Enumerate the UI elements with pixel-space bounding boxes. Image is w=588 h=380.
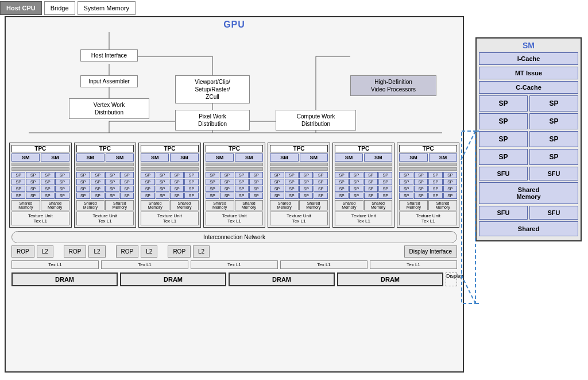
- sfu-row-2: SFU SFU: [479, 206, 578, 220]
- rop-box-3: ROP: [116, 245, 139, 258]
- dram-row: DRAM DRAM DRAM DRAM Display: [6, 271, 463, 287]
- sp-1a: SP: [479, 95, 528, 112]
- c-cache-box: C-Cache: [479, 81, 578, 94]
- gpu-title: GPU: [6, 17, 463, 32]
- sp-3b: SP: [529, 131, 578, 147]
- hd-video-box: High-DefinitionVideo Processors: [350, 75, 436, 96]
- sp-row-2: SP SP: [479, 113, 578, 129]
- interconnect-bar: Interconnection Network: [11, 231, 457, 243]
- tpc-block-6: TPC SM SM SP SP SP SP SP SP SP SP SP SP …: [332, 143, 395, 228]
- rop-l2-row: ROP L2 ROP L2 ROP L2 ROP L2 Display Inte…: [6, 245, 463, 258]
- sp-row-1: SP SP: [479, 95, 578, 112]
- host-interface-box: Host Interface: [80, 49, 138, 62]
- sp-cell: SP: [41, 179, 55, 185]
- host-cpu-chip: Host CPU: [0, 1, 42, 15]
- sp-cell: SP: [26, 179, 40, 185]
- shared-mem-cell: SharedMemory: [11, 200, 40, 210]
- i-cache-box: I-Cache: [479, 52, 578, 65]
- tex-unit-4: Texture UnitTex L1: [206, 212, 264, 225]
- sp-cell: SP: [11, 186, 25, 192]
- input-assembler-box: Input Assembler: [80, 75, 138, 87]
- sp-cell: SP: [55, 186, 69, 192]
- sm-box-2b: SM: [106, 153, 134, 162]
- sp-cell: SP: [11, 172, 25, 178]
- shared-bottom-panel: Shared: [479, 221, 578, 236]
- sp-4b: SP: [529, 149, 578, 165]
- tex-l1-4: Tex L1: [280, 260, 368, 269]
- sp-2b: SP: [529, 113, 578, 129]
- tex-unit-6: Texture UnitTex L1: [335, 212, 393, 225]
- tex-unit-7: Texture UnitTex L1: [399, 212, 457, 225]
- display-interface-box: Display Interface: [404, 245, 457, 258]
- dram-box-3: DRAM: [229, 272, 335, 286]
- tex-unit-5: Texture UnitTex L1: [270, 212, 328, 225]
- rop-box-2: ROP: [64, 245, 87, 258]
- gpu-container: GPU Host Int: [5, 16, 464, 373]
- sfu-2a: SFU: [479, 206, 528, 220]
- tpc-block-2: TPC SM SM SP SP SP SP SP SP SP SP SP SP …: [74, 143, 137, 228]
- l2-box-4: L2: [193, 245, 210, 258]
- sp-cell: SP: [41, 193, 55, 199]
- sm-box-2a: SM: [76, 153, 105, 162]
- tex-unit-1: Texture UnitTex L1: [11, 212, 69, 225]
- sp-cell: SP: [26, 193, 40, 199]
- sp-cell: SP: [41, 172, 55, 178]
- tpc-block-5: TPC SM SM SP SP SP SP SP SP SP SP SP SP …: [268, 143, 330, 228]
- dram-box-2: DRAM: [120, 272, 226, 286]
- rop-box-4: ROP: [168, 245, 191, 258]
- sfu-1a: SFU: [479, 167, 528, 181]
- tex-l1-1: Tex L1: [11, 260, 99, 269]
- mt-issue-box: MT Issue: [479, 67, 578, 79]
- rop-box-1: ROP: [11, 245, 34, 258]
- tex-l1-row: Tex L1 Tex L1 Tex L1 Tex L1 Tex L1: [6, 259, 463, 270]
- sp-1b: SP: [529, 95, 578, 112]
- sp-cell: SP: [55, 179, 69, 185]
- viewport-box: Viewport/Clip/Setup/Raster/ZCull: [175, 75, 250, 103]
- shared-mem-cell: SharedMemory: [41, 200, 69, 210]
- sp-row-4: SP SP: [479, 149, 578, 165]
- sp-4a: SP: [479, 149, 528, 165]
- top-header-bar: Host CPU Bridge System Memory: [0, 0, 471, 16]
- sp-cell: SP: [11, 193, 25, 199]
- display-label: Display: [446, 272, 457, 286]
- l2-box-3: L2: [141, 245, 157, 258]
- system-memory-chip: System Memory: [78, 1, 136, 15]
- sp-cell: SP: [26, 186, 40, 192]
- tex-l1-5: Tex L1: [370, 260, 457, 269]
- sfu-2b: SFU: [529, 206, 578, 220]
- vertex-work-box: Vertex WorkDistribution: [69, 98, 149, 119]
- sp-row-3: SP SP: [479, 131, 578, 147]
- bridge-chip: Bridge: [44, 1, 75, 15]
- topology-area: Host Interface Input Assembler Vertex Wo…: [6, 32, 463, 147]
- sp-3a: SP: [479, 131, 528, 147]
- dram-box-4: DRAM: [337, 272, 443, 286]
- sm-panel-title: SM: [479, 41, 578, 50]
- tpc-row: TPC SM SM SP SP SP SP SP SP SP SP SP SP …: [6, 141, 463, 229]
- sm-panel: SM I-Cache MT Issue C-Cache SP SP SP SP …: [475, 37, 582, 241]
- sp-cell: SP: [11, 179, 25, 185]
- dram-box-1: DRAM: [11, 272, 118, 286]
- sp-cell: SP: [41, 186, 55, 192]
- tex-unit-2: Texture UnitTex L1: [76, 212, 134, 225]
- sfu-1b: SFU: [529, 167, 578, 181]
- sm-box-1a: SM: [11, 153, 40, 162]
- l2-box-1: L2: [37, 245, 53, 258]
- shared-memory-panel: SharedMemory: [479, 182, 578, 204]
- tpc-block-3: TPC SM SM SP SP SP SP SP SP SP SP SP SP …: [138, 143, 201, 228]
- l2-box-2: L2: [88, 245, 105, 258]
- sm-box-1b: SM: [41, 153, 69, 162]
- compute-work-box: Compute WorkDistribution: [276, 110, 356, 130]
- sp-cell: SP: [55, 172, 69, 178]
- sp-2a: SP: [479, 113, 528, 129]
- tex-l1-2: Tex L1: [101, 260, 188, 269]
- tex-unit-3: Texture UnitTex L1: [141, 212, 199, 225]
- sp-cell: SP: [55, 193, 69, 199]
- sfu-row-1: SFU SFU: [479, 167, 578, 181]
- tpc-block-7: TPC SM SM SP SP SP SP SP SP SP SP SP SP …: [397, 143, 459, 228]
- tpc-block-1: TPC SM SM SP SP SP SP SP SP SP SP SP SP …: [9, 143, 72, 228]
- tex-l1-3: Tex L1: [191, 260, 278, 269]
- tpc-block-4: TPC SM SM SP SP SP SP SP SP SP SP SP SP …: [203, 143, 266, 228]
- pixel-work-box: Pixel Work Distribution: [175, 110, 250, 130]
- sp-cell: SP: [26, 172, 40, 178]
